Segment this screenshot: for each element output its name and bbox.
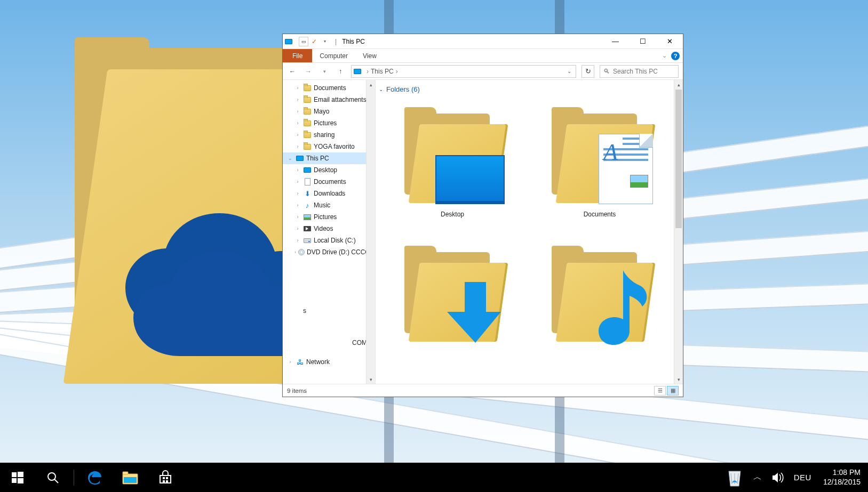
up-button[interactable]: ↑ — [335, 68, 346, 75]
folder-tile-desktop[interactable]: Desktop — [379, 98, 526, 236]
tree-item-videos[interactable]: ›Videos — [283, 223, 375, 235]
breadcrumb-this-pc[interactable]: This PC — [371, 68, 394, 75]
tree-item-local-disk-c-[interactable]: ›Local Disk (C:) — [283, 235, 375, 246]
tree-item-pictures[interactable]: ›Pictures — [283, 117, 375, 129]
tree-item-network[interactable]: ›🖧Network — [283, 356, 375, 368]
ribbon-tab-computer[interactable]: Computer — [312, 49, 355, 62]
scroll-up-icon[interactable]: ▴ — [367, 80, 375, 89]
folder-tile-documents[interactable]: ADocuments — [526, 98, 673, 236]
folder-tile-music[interactable] — [526, 236, 673, 375]
tree-item-desktop[interactable]: ›Desktop — [283, 164, 375, 176]
expand-icon[interactable]: › — [294, 85, 301, 91]
address-bar[interactable]: ›This PC› ⌄ — [351, 65, 576, 78]
expand-icon[interactable]: › — [294, 144, 301, 149]
svg-rect-1 — [18, 472, 23, 477]
tray-recycle-bin-icon[interactable] — [726, 467, 744, 488]
tray-overflow-icon[interactable]: ︿ — [753, 472, 762, 483]
nav-scrollbar[interactable]: ▴▾ — [366, 80, 375, 384]
back-button[interactable]: ← — [287, 68, 298, 75]
search-input[interactable] — [613, 68, 675, 75]
folder-icon — [303, 119, 312, 127]
collapse-group-icon[interactable]: ⌄ — [379, 86, 383, 92]
this-pc-icon — [354, 69, 361, 74]
tree-item-yoga-favorito[interactable]: ›YOGA favorito — [283, 141, 375, 152]
taskbar-file-explorer-icon[interactable] — [113, 463, 148, 492]
tree-item-documents[interactable]: ›Documents — [283, 176, 375, 188]
scroll-up-icon[interactable]: ▴ — [674, 80, 683, 89]
content-scrollbar[interactable]: ▴ ▾ — [674, 80, 683, 384]
group-header-folders[interactable]: ⌄ Folders (6) — [376, 80, 683, 98]
large-icons-view-button[interactable]: ▦ — [667, 386, 679, 396]
taskbar-store-icon[interactable] — [148, 463, 183, 492]
expand-icon[interactable]: › — [294, 191, 301, 196]
expand-icon[interactable]: › — [294, 109, 301, 114]
tree-item-pictures[interactable]: ›Pictures — [283, 211, 375, 223]
tray-language[interactable]: DEU — [794, 473, 811, 482]
scrollbar-thumb[interactable] — [675, 90, 682, 228]
expand-icon[interactable]: › — [294, 167, 301, 173]
tree-item-sharing[interactable]: ›sharing — [283, 129, 375, 141]
svg-rect-12 — [166, 480, 168, 482]
details-view-button[interactable]: ☰ — [654, 386, 666, 396]
tree-item-email-attachments[interactable]: ›Email attachments — [283, 94, 375, 106]
tray-volume-icon[interactable] — [771, 472, 784, 483]
start-button[interactable] — [0, 463, 35, 492]
drive-icon — [303, 236, 312, 245]
ribbon-tab-file[interactable]: File — [283, 49, 312, 62]
address-history-icon[interactable]: ⌄ — [565, 68, 574, 74]
scroll-down-icon[interactable]: ▾ — [674, 375, 683, 384]
refresh-button[interactable]: ↻ — [582, 65, 594, 78]
expand-icon[interactable]: › — [294, 97, 301, 102]
recent-locations-icon[interactable]: ▾ — [319, 69, 330, 74]
navigation-pane[interactable]: ›Documents›Email attachments›Mayo›Pictur… — [283, 80, 376, 384]
help-icon[interactable]: ? — [671, 52, 680, 60]
taskbar-edge-icon[interactable] — [77, 463, 113, 492]
search-box[interactable]: 🔍︎ — [600, 65, 679, 78]
doc-icon — [303, 178, 312, 186]
taskbar[interactable]: ︿ DEU 1:08 PM 12/18/2015 — [0, 463, 868, 492]
search-button[interactable] — [35, 463, 70, 492]
ribbon-expand-icon[interactable]: ⌄ — [662, 52, 667, 59]
titlebar[interactable]: ▭ ✓ ▾ | This PC — ☐ ✕ — [283, 34, 683, 49]
svg-rect-7 — [123, 472, 128, 474]
qat-properties-icon[interactable]: ▭ — [299, 37, 308, 46]
tree-item-dvd-drive-d-cccoma-x64fre[interactable]: ›DVD Drive (D:) CCCOMA_X64FRE — [283, 246, 375, 258]
tree-item-this-pc[interactable]: ⌄This PC — [283, 152, 375, 164]
document-overlay-icon: A — [599, 134, 653, 204]
scroll-down-icon[interactable]: ▾ — [367, 375, 375, 384]
expand-icon[interactable]: › — [294, 249, 296, 255]
tree-item-libraries-partial[interactable]: s — [283, 305, 375, 317]
desktop-overlay-icon — [435, 155, 505, 204]
expand-icon[interactable]: › — [294, 179, 301, 184]
navigation-bar: ← → ▾ ↑ ›This PC› ⌄ ↻ 🔍︎ — [283, 63, 683, 80]
disc-icon — [298, 248, 305, 256]
ribbon-tab-view[interactable]: View — [355, 49, 384, 62]
expand-icon[interactable]: › — [294, 132, 301, 138]
expand-icon[interactable]: › — [294, 203, 301, 208]
qat-new-folder-icon[interactable]: ✓ — [309, 37, 319, 46]
maximize-button[interactable]: ☐ — [631, 34, 655, 49]
tray-clock[interactable]: 1:08 PM 12/18/2015 — [821, 468, 861, 487]
folder-icon — [303, 95, 312, 104]
search-icon: 🔍︎ — [603, 68, 610, 75]
folder-icon — [399, 241, 506, 343]
forward-button[interactable]: → — [303, 68, 314, 75]
qat-dropdown-icon[interactable]: ▾ — [320, 37, 330, 46]
tree-item-mayo[interactable]: ›Mayo — [283, 106, 375, 117]
expand-icon[interactable]: › — [294, 120, 301, 126]
folder-tile-down[interactable] — [379, 236, 526, 375]
tree-item-dvd-partial[interactable]: COMA_X64FRE — [283, 337, 375, 349]
expand-icon[interactable]: ⌄ — [287, 156, 293, 161]
folder-icon: A — [546, 103, 653, 204]
close-button[interactable]: ✕ — [658, 34, 682, 49]
content-pane[interactable]: ⌄ Folders (6) DesktopADocuments ▴ ▾ — [376, 80, 683, 384]
minimize-button[interactable]: — — [603, 34, 627, 49]
expand-icon[interactable]: › — [294, 238, 301, 243]
expand-icon[interactable]: › — [294, 214, 301, 220]
svg-rect-11 — [163, 480, 165, 482]
system-menu-icon[interactable] — [284, 37, 293, 46]
expand-icon[interactable]: › — [294, 226, 301, 231]
tree-item-music[interactable]: ›♪Music — [283, 199, 375, 211]
tree-item-downloads[interactable]: ›⬇Downloads — [283, 188, 375, 199]
tree-item-documents[interactable]: ›Documents — [283, 82, 375, 94]
